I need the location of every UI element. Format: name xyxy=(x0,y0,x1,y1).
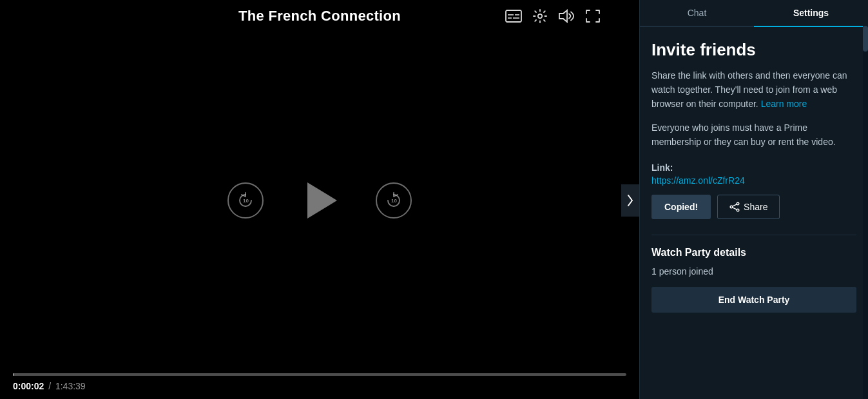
fullscreen-button[interactable] xyxy=(585,9,601,23)
persons-joined: 1 person joined xyxy=(651,266,856,277)
chevron-right-icon xyxy=(627,194,633,207)
volume-icon xyxy=(558,9,575,23)
panel-toggle-button[interactable] xyxy=(621,184,639,217)
svg-text:10: 10 xyxy=(243,198,249,204)
link-actions: Copied! Share xyxy=(651,195,856,219)
video-player: The French Connection xyxy=(0,0,639,399)
rewind-button[interactable]: 10 xyxy=(227,182,264,219)
video-header: The French Connection xyxy=(0,0,639,32)
time-display: 0:00:02 / 1:43:39 xyxy=(13,381,626,391)
forward-button[interactable]: 10 xyxy=(376,182,412,219)
subtitles-icon xyxy=(505,10,522,23)
fullscreen-icon xyxy=(585,9,601,23)
svg-line-13 xyxy=(733,208,737,209)
share-label: Share xyxy=(744,202,767,212)
end-watch-party-button[interactable]: End Watch Party xyxy=(651,287,856,313)
share-button[interactable]: Share xyxy=(717,195,780,219)
progress-bar[interactable] xyxy=(13,373,626,376)
copied-button[interactable]: Copied! xyxy=(651,195,711,219)
total-time: 1:43:39 xyxy=(55,381,86,391)
tab-chat[interactable]: Chat xyxy=(640,0,754,27)
top-controls xyxy=(505,8,601,24)
settings-icon xyxy=(532,8,548,24)
video-footer: 0:00:02 / 1:43:39 xyxy=(0,368,639,399)
time-separator: / xyxy=(48,381,51,391)
scrollbar-track[interactable] xyxy=(863,26,868,399)
svg-point-9 xyxy=(737,202,739,205)
divider xyxy=(651,235,856,235)
learn-more-link[interactable]: Learn more xyxy=(761,99,807,109)
invite-desc-text: Share the link with others and then ever… xyxy=(651,70,847,108)
scrollbar-handle[interactable] xyxy=(863,26,868,52)
tab-settings[interactable]: Settings xyxy=(754,0,868,27)
invite-heading: Invite friends xyxy=(651,40,856,60)
volume-button[interactable] xyxy=(558,9,575,23)
play-button[interactable] xyxy=(302,182,337,219)
play-icon xyxy=(307,182,337,219)
link-url[interactable]: https://amz.onl/cZfrR24 xyxy=(651,175,856,186)
invite-description: Share the link with others and then ever… xyxy=(651,69,856,111)
svg-point-5 xyxy=(538,14,542,18)
sidebar-tabs: Chat Settings xyxy=(640,0,868,27)
svg-line-12 xyxy=(733,204,737,206)
svg-rect-0 xyxy=(506,10,521,22)
watch-party-heading: Watch Party details xyxy=(651,247,856,258)
sidebar-panel: Chat Settings Invite friends Share the l… xyxy=(639,0,868,399)
invite-note: Everyone who joins must have a Prime mem… xyxy=(651,121,856,149)
svg-point-11 xyxy=(730,206,733,208)
svg-marker-6 xyxy=(559,10,567,22)
settings-content: Invite friends Share the link with other… xyxy=(640,27,868,399)
progress-fill xyxy=(13,373,14,376)
share-icon xyxy=(729,202,740,212)
video-body: 10 10 xyxy=(0,32,639,368)
svg-text:10: 10 xyxy=(391,198,397,204)
subtitles-button[interactable] xyxy=(505,10,522,23)
svg-point-10 xyxy=(737,209,739,211)
current-time: 0:00:02 xyxy=(13,381,44,391)
link-label: Link: xyxy=(651,162,856,173)
rewind-icon: 10 xyxy=(236,191,255,209)
video-title: The French Connection xyxy=(238,8,401,24)
settings-button[interactable] xyxy=(532,8,548,24)
forward-icon: 10 xyxy=(385,191,403,209)
